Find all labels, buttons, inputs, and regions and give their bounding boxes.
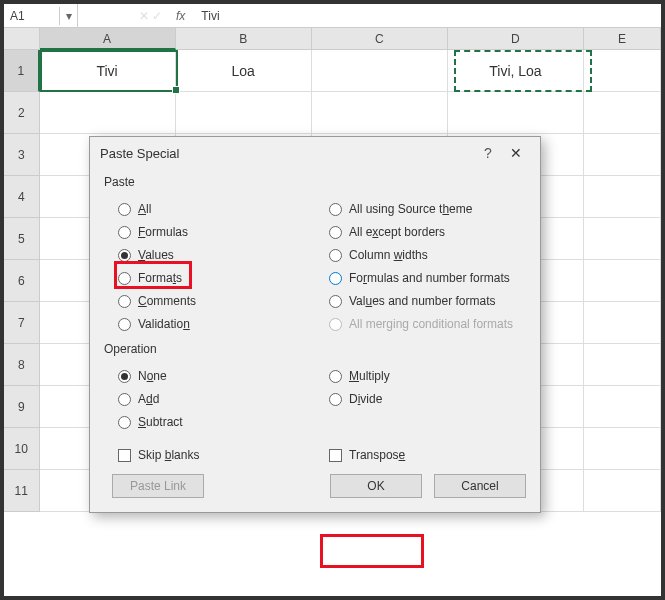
cell-D2[interactable] — [448, 92, 584, 134]
cell-E8[interactable] — [584, 344, 661, 386]
cell-B1[interactable]: Loa — [176, 50, 312, 92]
formula-tools: ✕ ✓ — [78, 9, 168, 23]
row-header-7[interactable]: 7 — [4, 302, 40, 344]
ok-button[interactable]: OK — [330, 474, 422, 498]
col-header-A[interactable]: A — [40, 28, 176, 50]
row-header-3[interactable]: 3 — [4, 134, 40, 176]
paste-values-radio[interactable]: Values — [118, 246, 315, 264]
cell-E2[interactable] — [584, 92, 661, 134]
formula-bar[interactable]: Tivi — [193, 7, 661, 25]
paste-validation-radio[interactable]: Validation — [118, 315, 315, 333]
dialog-title: Paste Special — [100, 146, 474, 161]
paste-theme-radio[interactable]: All using Source theme — [329, 200, 526, 218]
transpose-checkbox[interactable]: Transpose — [329, 448, 526, 462]
paste-all-radio[interactable]: All — [118, 200, 315, 218]
cell-A1[interactable]: Tivi — [40, 50, 176, 92]
paste-link-button[interactable]: Paste Link — [112, 474, 204, 498]
row-header-10[interactable]: 10 — [4, 428, 40, 470]
row-header-1[interactable]: 1 — [4, 50, 40, 92]
operation-multiply-radio[interactable]: Multiply — [329, 367, 526, 385]
cell-C2[interactable] — [312, 92, 448, 134]
cell-E9[interactable] — [584, 386, 661, 428]
paste-merge-radio: All merging conditional formats — [329, 315, 526, 333]
row-header-5[interactable]: 5 — [4, 218, 40, 260]
row-header-11[interactable]: 11 — [4, 470, 40, 512]
cell-E3[interactable] — [584, 134, 661, 176]
row-header-9[interactable]: 9 — [4, 386, 40, 428]
cell-B2[interactable] — [176, 92, 312, 134]
cell-E7[interactable] — [584, 302, 661, 344]
paste-section-label: Paste — [104, 175, 526, 189]
row-header-4[interactable]: 4 — [4, 176, 40, 218]
namebox-dropdown[interactable]: ▾ — [60, 4, 78, 27]
highlight-ok — [320, 534, 424, 568]
row-header-6[interactable]: 6 — [4, 260, 40, 302]
cell-A2[interactable] — [40, 92, 176, 134]
cell-E1[interactable] — [584, 50, 661, 92]
cell-C1[interactable] — [312, 50, 448, 92]
col-header-B[interactable]: B — [176, 28, 312, 50]
select-all-corner[interactable] — [4, 28, 40, 50]
row-header-8[interactable]: 8 — [4, 344, 40, 386]
operation-divide-radio[interactable]: Divide — [329, 390, 526, 408]
col-header-C[interactable]: C — [312, 28, 448, 50]
row-header-2[interactable]: 2 — [4, 92, 40, 134]
operation-section-label: Operation — [104, 342, 526, 356]
name-box[interactable]: A1 — [4, 7, 60, 25]
dialog-help-button[interactable]: ? — [474, 145, 502, 161]
cancel-button[interactable]: Cancel — [434, 474, 526, 498]
operation-none-radio[interactable]: None — [118, 367, 315, 385]
operation-subtract-radio[interactable]: Subtract — [118, 413, 315, 431]
cell-D1[interactable]: Tivi, Loa — [448, 50, 584, 92]
paste-comments-radio[interactable]: Comments — [118, 292, 315, 310]
paste-special-dialog: Paste Special ? ✕ Paste AllFormulasValue… — [89, 136, 541, 513]
skip-blanks-checkbox[interactable]: Skip blanks — [118, 448, 315, 462]
paste-formats-radio[interactable]: Formats — [118, 269, 315, 287]
col-header-D[interactable]: D — [448, 28, 584, 50]
cell-E6[interactable] — [584, 260, 661, 302]
cell-E11[interactable] — [584, 470, 661, 512]
paste-formulas-radio[interactable]: Formulas — [118, 223, 315, 241]
fx-icon[interactable]: fx — [168, 9, 193, 23]
col-header-E[interactable]: E — [584, 28, 661, 50]
paste-borders-radio[interactable]: All except borders — [329, 223, 526, 241]
paste-formnum-radio[interactable]: Formulas and number formats — [329, 269, 526, 287]
operation-add-radio[interactable]: Add — [118, 390, 315, 408]
cell-E10[interactable] — [584, 428, 661, 470]
cell-E5[interactable] — [584, 218, 661, 260]
cell-E4[interactable] — [584, 176, 661, 218]
paste-widths-radio[interactable]: Column widths — [329, 246, 526, 264]
dialog-close-button[interactable]: ✕ — [502, 145, 530, 161]
paste-valnum-radio[interactable]: Values and number formats — [329, 292, 526, 310]
